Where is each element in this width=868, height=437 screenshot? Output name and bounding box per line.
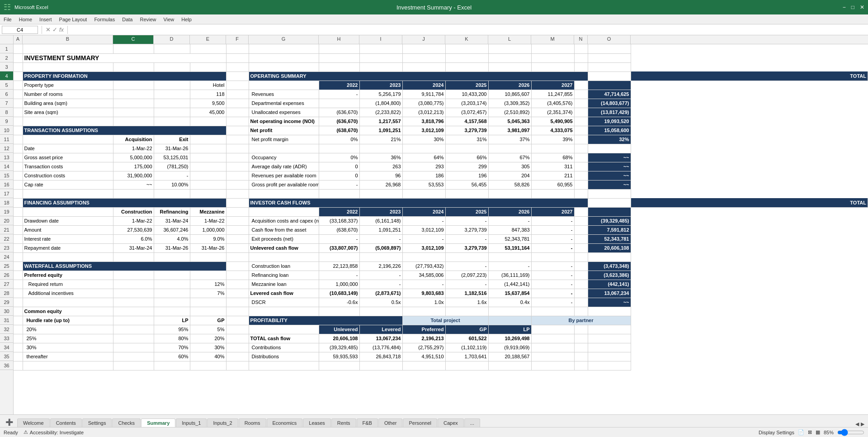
cell-C6[interactable] xyxy=(113,90,154,99)
cell-F10[interactable] xyxy=(226,126,249,135)
row-17[interactable]: 17 xyxy=(0,189,13,198)
cell-I36[interactable] xyxy=(359,361,402,370)
row-8[interactable]: 8 xyxy=(0,108,13,117)
cell-C31[interactable] xyxy=(113,316,154,325)
cell-D5[interactable] xyxy=(154,81,190,90)
cell-C29[interactable] xyxy=(113,298,154,307)
cell-A5[interactable] xyxy=(14,81,23,90)
col-F[interactable]: F xyxy=(226,35,249,44)
cell-B24[interactable] xyxy=(23,252,113,261)
cell-C36[interactable] xyxy=(113,361,154,370)
tab-inputs1[interactable]: Inputs_1 xyxy=(176,418,207,427)
row-33[interactable]: 33 xyxy=(0,334,13,343)
cell-A36[interactable] xyxy=(14,361,23,370)
row-34[interactable]: 34 xyxy=(0,343,13,352)
confirm-icon[interactable]: ✓ xyxy=(52,26,57,33)
cell-C8[interactable] xyxy=(113,108,154,117)
cell-L1[interactable] xyxy=(488,44,531,53)
cell-D17[interactable] xyxy=(154,189,190,198)
cell-N29[interactable] xyxy=(574,298,588,307)
cell-A30[interactable] xyxy=(14,307,23,316)
row-25[interactable]: 25 xyxy=(0,261,13,271)
cell-M35[interactable] xyxy=(531,352,574,361)
tab-capex[interactable]: Capex xyxy=(438,418,464,427)
cell-A14[interactable] xyxy=(14,162,23,171)
cell-F1[interactable] xyxy=(226,44,249,53)
cell-H2[interactable] xyxy=(319,53,359,62)
cell-G32[interactable] xyxy=(249,325,319,334)
tab-add-sheet-icon[interactable]: ➕ xyxy=(2,417,17,427)
cell-F5[interactable] xyxy=(226,81,249,90)
cell-A9[interactable] xyxy=(14,117,23,126)
cell-B3[interactable] xyxy=(23,62,113,71)
row-13[interactable]: 13 xyxy=(0,153,13,162)
cell-N13[interactable] xyxy=(574,153,588,162)
tab-leases[interactable]: Leases xyxy=(303,418,330,427)
cell-D9[interactable] xyxy=(154,117,190,126)
cell-C28[interactable] xyxy=(113,289,154,298)
row-22[interactable]: 22 xyxy=(0,234,13,243)
display-settings[interactable]: Display Settings xyxy=(759,430,794,435)
cell-F11[interactable] xyxy=(226,135,249,144)
cell-I2[interactable] xyxy=(359,53,402,62)
cell-B29[interactable] xyxy=(23,298,113,307)
tab-inputs2[interactable]: Inputs_2 xyxy=(207,418,238,427)
cell-A31[interactable] xyxy=(14,316,23,325)
cell-K24[interactable] xyxy=(445,252,488,261)
cell-A28[interactable] xyxy=(14,289,23,298)
normal-view-icon[interactable]: ⊠ xyxy=(808,429,812,435)
cancel-icon[interactable]: ✕ xyxy=(46,26,51,33)
ribbon-help[interactable]: Help xyxy=(181,17,192,22)
cell-C24[interactable] xyxy=(113,252,154,261)
cell-G24[interactable] xyxy=(249,252,319,261)
cell-L12[interactable] xyxy=(488,144,531,153)
formula-input[interactable] xyxy=(71,27,866,33)
ribbon-insert[interactable]: Insert xyxy=(39,17,52,22)
cell-A16[interactable] xyxy=(14,180,23,189)
col-K[interactable]: K xyxy=(445,35,488,44)
cell-C34[interactable] xyxy=(113,343,154,352)
cell-F34[interactable] xyxy=(226,343,249,352)
cell-K1[interactable] xyxy=(445,44,488,53)
cell-A33[interactable] xyxy=(14,334,23,343)
row-23[interactable]: 23 xyxy=(0,243,13,252)
cell-C33[interactable] xyxy=(113,334,154,343)
cell-N11[interactable] xyxy=(574,135,588,144)
cell-K12[interactable] xyxy=(445,144,488,153)
cell-J3[interactable] xyxy=(402,62,445,71)
tab-fb[interactable]: F&B xyxy=(357,418,378,427)
cell-E9[interactable] xyxy=(190,117,226,126)
cell-O12[interactable] xyxy=(588,144,631,153)
cell-E14[interactable] xyxy=(190,162,226,171)
function-icon[interactable]: fx xyxy=(59,26,64,33)
row-14[interactable]: 14 xyxy=(0,162,13,171)
cell-M36[interactable] xyxy=(531,361,574,370)
cell-D1[interactable] xyxy=(154,44,190,53)
cell-N19[interactable] xyxy=(574,207,588,216)
cell-N15[interactable] xyxy=(574,171,588,180)
cell-B19[interactable] xyxy=(23,207,113,216)
cell-C35[interactable] xyxy=(113,352,154,361)
cell-A3[interactable] xyxy=(14,62,23,71)
cell-H36[interactable] xyxy=(319,361,359,370)
col-J[interactable]: J xyxy=(402,35,445,44)
cell-E26[interactable] xyxy=(190,271,226,280)
cell-N17[interactable] xyxy=(574,189,588,198)
cell-E30[interactable] xyxy=(190,307,226,316)
cell-E1[interactable] xyxy=(190,44,226,53)
cell-O34[interactable] xyxy=(588,343,631,352)
cell-E16[interactable] xyxy=(190,180,226,189)
cell-O33[interactable] xyxy=(588,334,631,343)
ribbon-page-layout[interactable]: Page Layout xyxy=(59,17,87,22)
cell-C27[interactable] xyxy=(113,280,154,289)
close-icon[interactable]: ✕ xyxy=(860,4,864,10)
cell-F29[interactable] xyxy=(226,298,249,307)
cell-A26[interactable] xyxy=(14,271,23,280)
cell-K17[interactable] xyxy=(445,189,488,198)
cell-J1[interactable] xyxy=(402,44,445,53)
cell-G2[interactable] xyxy=(249,53,319,62)
cell-M17[interactable] xyxy=(531,189,574,198)
tab-summary[interactable]: Summary xyxy=(141,418,175,427)
tab-personnel[interactable]: Personnel xyxy=(403,418,437,427)
cell-A18[interactable] xyxy=(14,198,23,207)
